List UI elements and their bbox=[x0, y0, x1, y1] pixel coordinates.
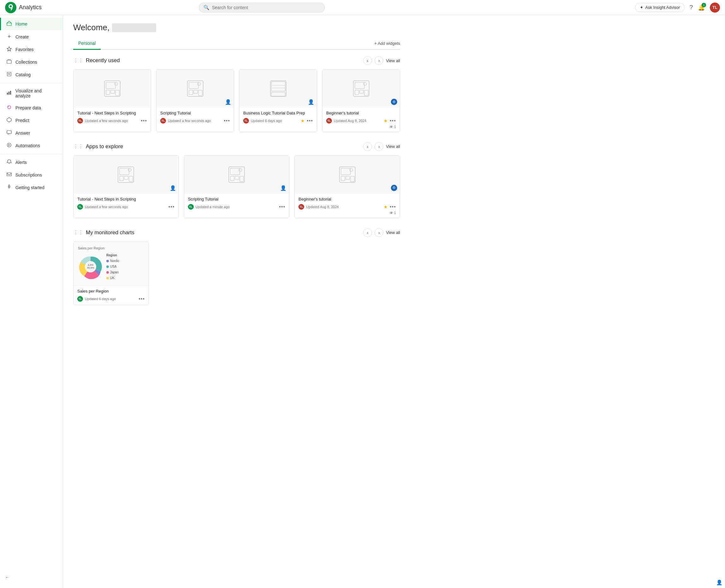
recently-used-prev-button[interactable]: ‹ bbox=[363, 56, 372, 65]
svg-point-54 bbox=[239, 168, 242, 171]
card-more-button[interactable]: ••• bbox=[224, 118, 230, 124]
drag-handle-charts[interactable]: ⋮⋮ bbox=[73, 230, 83, 235]
card-more-button[interactable]: ••• bbox=[307, 118, 313, 124]
add-widgets-button[interactable]: + Add widgets bbox=[375, 41, 400, 46]
card-actions: ••• bbox=[168, 204, 175, 210]
svg-rect-22 bbox=[106, 90, 110, 94]
monitored-charts-nav: ‹ › View all bbox=[363, 228, 400, 237]
tab-personal[interactable]: Personal bbox=[73, 38, 101, 50]
app-thumbnail-icon bbox=[186, 79, 205, 98]
drag-handle-recently-used[interactable]: ⋮⋮ bbox=[73, 58, 83, 64]
sidebar-item-favorites[interactable]: Favorites bbox=[0, 43, 63, 56]
views-count: 1 bbox=[394, 125, 396, 129]
card-time: Updated a few seconds ago bbox=[85, 205, 128, 209]
sidebar-item-answer[interactable]: Answer bbox=[0, 127, 63, 139]
svg-point-31 bbox=[198, 82, 201, 85]
search-bar[interactable]: 🔍 bbox=[199, 2, 325, 13]
search-input[interactable] bbox=[212, 5, 320, 10]
card-more-button[interactable]: ••• bbox=[390, 204, 396, 210]
sidebar-item-home[interactable]: Home bbox=[0, 18, 63, 30]
table-row[interactable]: 👤 Tutorial - Next Steps in Scripting TL … bbox=[73, 155, 179, 218]
card-more-button[interactable]: ••• bbox=[139, 296, 145, 302]
sidebar: Home + Create Favorites Collections Cata… bbox=[0, 15, 63, 588]
topbar: Analytics 🔍 ✦ Ask Insight Advisor ? 🔔 1 … bbox=[0, 0, 725, 15]
sidebar-item-alerts[interactable]: Alerts bbox=[0, 156, 63, 169]
card-star-button[interactable]: ★ bbox=[384, 204, 388, 209]
avatar: TL bbox=[243, 118, 249, 124]
card-body: Beginner's tutorial TL Updated Aug 8, 20… bbox=[322, 107, 400, 132]
welcome-text: Welcome, bbox=[73, 23, 109, 33]
table-row[interactable]: 👤 Scripting Tutorial TL Updated a minute… bbox=[184, 155, 289, 218]
table-row[interactable]: 👤 Business Logic Tutorial Data Prep TL U… bbox=[239, 69, 317, 132]
svg-rect-16 bbox=[7, 130, 12, 134]
card-actions: ••• bbox=[139, 296, 145, 302]
collections-icon bbox=[6, 59, 12, 65]
card-time: Updated a few seconds ago bbox=[85, 119, 128, 123]
charts-next-button[interactable]: › bbox=[375, 228, 383, 237]
card-meta-left: TL Updated Aug 8, 2024 bbox=[299, 204, 339, 210]
app-thumbnail-icon bbox=[103, 79, 122, 98]
sidebar-item-visualize[interactable]: Visualize and analyze bbox=[0, 85, 63, 102]
table-row[interactable]: 👤 Scripting Tutorial TL Updated a few se… bbox=[156, 69, 234, 132]
sidebar-item-predict-label: Predict bbox=[16, 118, 29, 123]
card-time: Updated 6 days ago bbox=[251, 119, 282, 123]
svg-rect-32 bbox=[270, 81, 286, 97]
chart-section-title: Sales per Region bbox=[78, 246, 144, 250]
card-star-button[interactable]: ★ bbox=[301, 118, 305, 123]
charts-view-all-button[interactable]: View all bbox=[386, 230, 400, 235]
svg-rect-59 bbox=[350, 176, 354, 182]
sidebar-item-answer-label: Answer bbox=[16, 130, 30, 135]
insight-advisor-button[interactable]: ✦ Ask Insight Advisor bbox=[635, 3, 685, 12]
card-more-button[interactable]: ••• bbox=[141, 118, 147, 124]
monitored-charts-title: My monitored charts bbox=[86, 230, 135, 236]
sidebar-item-prepare[interactable]: Prepare data bbox=[0, 102, 63, 114]
notifications-button[interactable]: 🔔 1 bbox=[698, 4, 705, 11]
card-body: Beginner's tutorial TL Updated Aug 8, 20… bbox=[295, 194, 400, 218]
card-title: Scripting Tutorial bbox=[160, 111, 230, 116]
sidebar-item-predict[interactable]: Predict bbox=[0, 114, 63, 127]
card-thumbnail: 👤 bbox=[239, 70, 317, 107]
card-more-button[interactable]: ••• bbox=[279, 204, 285, 210]
sidebar-item-subscriptions[interactable]: Subscriptions bbox=[0, 169, 63, 181]
notification-badge: 1 bbox=[702, 3, 706, 7]
legend-item-uk: UK bbox=[106, 275, 119, 281]
drag-handle-apps[interactable]: ⋮⋮ bbox=[73, 144, 83, 149]
sidebar-item-create[interactable]: + Create bbox=[0, 30, 63, 43]
apps-view-all-button[interactable]: View all bbox=[386, 144, 400, 149]
sidebar-item-collections[interactable]: Collections bbox=[0, 56, 63, 68]
sidebar-item-automations[interactable]: Automations bbox=[0, 139, 63, 152]
card-more-button[interactable]: ••• bbox=[168, 204, 175, 210]
catalog-icon bbox=[6, 71, 12, 78]
recently-used-next-button[interactable]: › bbox=[375, 56, 383, 65]
sidebar-item-catalog[interactable]: Catalog bbox=[0, 68, 63, 81]
table-row[interactable]: 👤 Tutorial - Next Steps in Scripting TL … bbox=[73, 69, 151, 132]
svg-point-25 bbox=[115, 82, 118, 85]
card-time: Updated a minute ago bbox=[196, 205, 230, 209]
help-button[interactable]: ? bbox=[690, 4, 693, 11]
svg-rect-27 bbox=[189, 82, 198, 89]
recently-used-view-all-button[interactable]: View all bbox=[386, 58, 400, 63]
sidebar-collapse-button[interactable]: ← bbox=[0, 572, 63, 583]
card-star-button[interactable]: ★ bbox=[384, 118, 388, 123]
legend-label: Region bbox=[106, 253, 119, 258]
card-thumbnail: ⚙ bbox=[295, 156, 400, 194]
card-time: Updated Aug 8, 2024 bbox=[334, 119, 366, 123]
card-title: Beginner's tutorial bbox=[299, 197, 396, 202]
subscriptions-icon bbox=[6, 172, 12, 178]
table-row[interactable]: Sales per Region bbox=[73, 241, 149, 305]
apps-prev-button[interactable]: ‹ bbox=[363, 142, 372, 151]
charts-prev-button[interactable]: ‹ bbox=[363, 228, 372, 237]
svg-rect-45 bbox=[120, 176, 123, 181]
table-row[interactable]: ⚙ Beginner's tutorial TL Updated Aug 8, … bbox=[322, 69, 400, 132]
svg-rect-18 bbox=[7, 173, 12, 176]
table-row[interactable]: ⚙ Beginner's tutorial TL Updated Aug 8, … bbox=[294, 155, 400, 218]
answer-icon bbox=[6, 130, 12, 136]
chart-legend: Region Nordic USA Japan bbox=[106, 253, 119, 281]
svg-rect-56 bbox=[341, 168, 350, 175]
avatar[interactable]: TL bbox=[710, 2, 720, 13]
app-thumbnail-icon bbox=[338, 165, 357, 184]
apps-next-button[interactable]: › bbox=[375, 142, 383, 151]
svg-rect-36 bbox=[271, 92, 285, 96]
sidebar-item-getting-started[interactable]: Getting started bbox=[0, 181, 63, 194]
card-more-button[interactable]: ••• bbox=[390, 118, 396, 124]
